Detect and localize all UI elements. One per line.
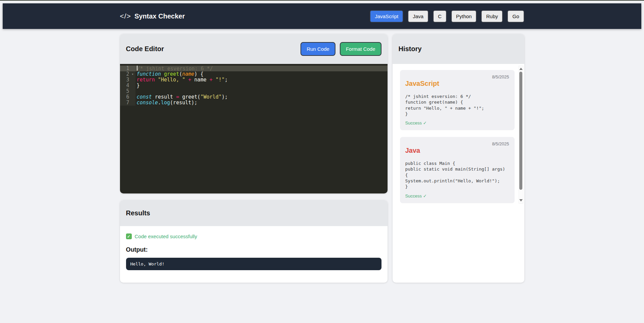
scrollbar-thumb[interactable] xyxy=(519,72,522,190)
history-header: History xyxy=(393,34,524,64)
fold-gutter xyxy=(130,100,135,106)
editor-actions: Run Code Format Code xyxy=(300,42,381,56)
history-scrollbar[interactable] xyxy=(519,66,523,204)
line-number: 2 xyxy=(120,71,130,77)
app-title: Syntax Checker xyxy=(134,12,185,20)
code-editor-header: Code Editor Run Code Format Code xyxy=(120,34,388,64)
fold-gutter xyxy=(130,88,135,94)
entry-status: Success✓ xyxy=(405,193,509,199)
success-check-icon: ✓ xyxy=(423,120,427,125)
window-top-edge xyxy=(0,0,644,1)
success-check-icon: ✓ xyxy=(126,234,132,239)
lang-button-go[interactable]: Go xyxy=(507,10,524,23)
results-panel: Results ✓ Code executed successfully Out… xyxy=(120,200,388,283)
history-list: 8/5/2025JavaScript/* jshint esversion: 6… xyxy=(393,64,524,203)
results-body: ✓ Code executed successfully Output: Hel… xyxy=(120,226,388,276)
code-line-5[interactable]: 5 xyxy=(120,88,388,94)
lang-button-c[interactable]: C xyxy=(433,10,447,23)
output-box: Hello, World! xyxy=(126,258,381,270)
code-text: return "Hello, " + name + "!"; xyxy=(135,77,388,83)
history-entry-java[interactable]: 8/5/2025Javapublic class Main { public s… xyxy=(400,137,515,203)
format-code-button[interactable]: Format Code xyxy=(340,42,381,56)
code-text xyxy=(135,88,388,94)
execution-status: ✓ Code executed successfully xyxy=(126,234,381,239)
code-line-7[interactable]: 7console.log(result); xyxy=(120,100,388,106)
entry-status: Success✓ xyxy=(405,120,509,125)
line-number: 7 xyxy=(120,100,130,106)
entry-language: JavaScript xyxy=(405,80,509,87)
results-header: Results xyxy=(120,200,388,226)
code-text: const result = greet("World"); xyxy=(135,94,388,100)
history-panel: History 8/5/2025JavaScript/* jshint esve… xyxy=(393,34,524,283)
code-text: function greet(name) { xyxy=(135,71,388,77)
code-line-3[interactable]: 3return "Hello, " + name + "!"; xyxy=(120,77,388,83)
run-code-button[interactable]: Run Code xyxy=(300,42,335,56)
main-content: Code Editor Run Code Format Code 1/* jsh… xyxy=(120,34,524,283)
code-text: /* jshint esversion: 6 */ xyxy=(135,66,388,71)
scroll-down-icon[interactable] xyxy=(519,199,523,202)
history-title: History xyxy=(399,45,422,53)
lang-button-javascript[interactable]: JavaScript xyxy=(370,10,403,23)
code-line-4[interactable]: 4} xyxy=(120,83,388,88)
fold-gutter xyxy=(130,66,135,71)
fold-gutter xyxy=(130,77,135,83)
fold-gutter xyxy=(130,94,135,100)
code-text: } xyxy=(135,83,388,88)
entry-language: Java xyxy=(405,147,509,154)
line-number: 4 xyxy=(120,83,130,88)
lang-button-python[interactable]: Python xyxy=(451,10,477,23)
lang-button-ruby[interactable]: Ruby xyxy=(481,10,503,23)
code-editor[interactable]: 1/* jshint esversion: 6 */2▾function gre… xyxy=(120,64,388,193)
language-switcher: JavaScriptJavaCPythonRubyGo xyxy=(370,10,524,23)
entry-date: 8/5/2025 xyxy=(405,141,509,146)
line-number: 5 xyxy=(120,88,130,94)
scroll-up-icon[interactable] xyxy=(519,68,523,70)
editor-lines: 1/* jshint esversion: 6 */2▾function gre… xyxy=(120,66,388,106)
fold-gutter xyxy=(130,83,135,88)
code-editor-title: Code Editor xyxy=(126,45,164,53)
line-number: 1 xyxy=(120,66,130,71)
success-check-icon: ✓ xyxy=(423,193,427,199)
fold-arrow-icon[interactable]: ▾ xyxy=(130,71,135,77)
code-editor-panel: Code Editor Run Code Format Code 1/* jsh… xyxy=(120,34,388,193)
lang-button-java[interactable]: Java xyxy=(408,10,429,23)
entry-code-snippet: public class Main { public static void m… xyxy=(405,160,509,189)
results-title: Results xyxy=(126,209,150,217)
code-line-6[interactable]: 6const result = greet("World"); xyxy=(120,94,388,100)
code-line-1[interactable]: 1/* jshint esversion: 6 */ xyxy=(120,66,388,71)
line-number: 6 xyxy=(120,94,130,100)
code-brackets-icon: </> xyxy=(120,12,131,20)
entry-code-snippet: /* jshint esversion: 6 */ function greet… xyxy=(405,94,509,117)
code-text: console.log(result); xyxy=(135,100,388,106)
status-text: Code executed successfully xyxy=(135,234,197,239)
code-line-2[interactable]: 2▾function greet(name) { xyxy=(120,71,388,77)
entry-date: 8/5/2025 xyxy=(405,74,509,79)
history-body: 8/5/2025JavaScript/* jshint esversion: 6… xyxy=(393,64,524,283)
history-entry-javascript[interactable]: 8/5/2025JavaScript/* jshint esversion: 6… xyxy=(400,70,515,130)
output-label: Output: xyxy=(126,246,381,253)
navbar: </> Syntax Checker JavaScriptJavaCPython… xyxy=(3,3,641,29)
line-number: 3 xyxy=(120,77,130,83)
brand: </> Syntax Checker xyxy=(120,12,185,20)
